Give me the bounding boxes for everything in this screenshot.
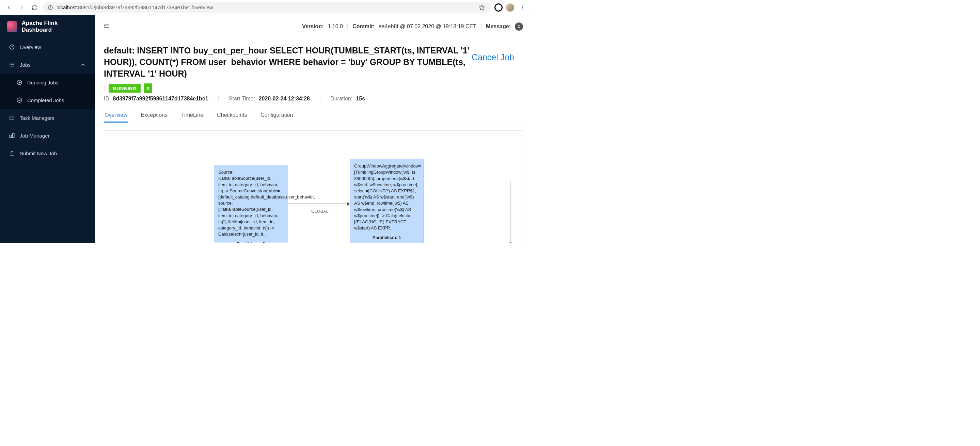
job-id: 8d3979f7a992f59861147d17384e1be1 <box>113 96 208 102</box>
site-info-icon[interactable] <box>48 5 53 10</box>
sidebar-item-completed-jobs[interactable]: Completed Jobs <box>0 91 95 109</box>
forward-button[interactable] <box>17 3 27 12</box>
svg-point-16 <box>17 98 22 103</box>
job-graph-canvas[interactable]: Source: KafkaTableSource(user_id, item_i… <box>104 130 522 243</box>
url-text: localhost:8081/#/job/8d3979f7a992f598611… <box>57 5 213 10</box>
svg-rect-22 <box>13 133 14 138</box>
separator: | <box>104 85 105 91</box>
sidebar: Apache Flink Dashboard Overview Jobs Run… <box>0 15 95 243</box>
app-title: Apache Flink Dashboard <box>21 20 88 33</box>
graph-edge <box>288 203 350 204</box>
sidebar-item-label: Running Jobs <box>27 80 59 86</box>
node-text: GroupWindowAggregate(window=[TumblingGro… <box>354 163 420 231</box>
dashboard-icon <box>9 44 15 50</box>
svg-point-11 <box>10 63 10 63</box>
id-label: ID: <box>104 96 111 102</box>
chevron-up-icon <box>80 62 86 68</box>
sidebar-item-label: Submit New Job <box>20 151 57 156</box>
node-parallelism: Parallelism: 1 <box>354 235 420 241</box>
separator: | <box>320 96 321 102</box>
svg-point-6 <box>522 8 523 9</box>
version-value: 1.10.0 <box>328 24 342 30</box>
bookmark-star-icon[interactable] <box>477 5 486 11</box>
cancel-job-link[interactable]: Cancel Job <box>472 52 514 62</box>
sidebar-collapse-icon[interactable] <box>103 22 110 31</box>
svg-marker-3 <box>479 5 485 10</box>
tab-overview[interactable]: Overview <box>104 109 128 122</box>
sidebar-item-label: Task Managers <box>20 115 54 121</box>
back-button[interactable] <box>4 3 14 12</box>
profile-avatar[interactable] <box>506 3 514 11</box>
job-count-badge: 2 <box>144 83 152 93</box>
sidebar-item-submit-new-job[interactable]: Submit New Job <box>0 144 95 162</box>
logo[interactable]: Apache Flink Dashboard <box>0 15 95 38</box>
graph-node-source[interactable]: Source: KafkaTableSource(user_id, item_i… <box>214 165 288 243</box>
version-label: Version: <box>302 24 323 30</box>
sidebar-item-jobs[interactable]: Jobs <box>0 56 95 73</box>
list-icon <box>9 62 15 68</box>
start-time-label: Start Time: <box>229 96 255 102</box>
check-circle-icon <box>16 97 22 103</box>
sidebar-item-label: Completed Jobs <box>27 97 64 103</box>
commit-value: aa4eb8f @ 07.02.2020 @ 19:18:19 CET <box>379 24 476 30</box>
play-circle-icon <box>16 79 22 86</box>
upload-icon <box>9 150 15 156</box>
sidebar-item-label: Overview <box>20 44 41 50</box>
job-status-badge: RUNNING <box>109 84 141 93</box>
schedule-icon <box>9 115 15 121</box>
separator: | <box>347 24 348 30</box>
svg-rect-17 <box>10 116 14 120</box>
sidebar-item-task-managers[interactable]: Task Managers <box>0 109 95 127</box>
duration-label: Duration: <box>330 96 352 102</box>
commit-label: Commit: <box>352 24 375 30</box>
url-bar[interactable]: localhost:8081/#/job/8d3979f7a992f598611… <box>43 2 491 13</box>
sidebar-item-running-jobs[interactable]: Running Jobs <box>0 73 95 91</box>
topbar: Version: 1.10.0 | Commit: aa4eb8f @ 07.0… <box>95 15 531 38</box>
svg-point-4 <box>522 5 523 6</box>
sidebar-item-job-manager[interactable]: Job Manager <box>0 127 95 144</box>
sidebar-item-label: Job Manager <box>20 133 50 138</box>
tabs: Overview Exceptions TimeLine Checkpoints… <box>104 109 522 123</box>
node-parallelism: Parallelism: 1 <box>218 241 284 243</box>
separator: | <box>480 24 482 30</box>
message-count-badge[interactable]: 0 <box>515 22 523 31</box>
zoom-slider-track[interactable] <box>511 181 511 243</box>
graph-node-aggregate[interactable]: GroupWindowAggregate(window=[TumblingGro… <box>350 159 424 243</box>
reload-button[interactable] <box>30 3 40 12</box>
sidebar-item-label: Jobs <box>20 62 31 68</box>
node-text: Source: KafkaTableSource(user_id, item_i… <box>218 169 284 237</box>
extension-icon[interactable] <box>495 3 503 11</box>
svg-point-12 <box>10 65 10 65</box>
main-content: Version: 1.10.0 | Commit: aa4eb8f @ 07.0… <box>95 15 531 243</box>
separator: | <box>218 96 219 102</box>
tab-checkpoints[interactable]: Checkpoints <box>216 109 248 122</box>
tab-timeline[interactable]: TimeLine <box>180 109 204 122</box>
graph-edge-label: GLOBAL <box>311 209 329 214</box>
zoom-slider-handle[interactable] <box>508 243 514 243</box>
tab-configuration[interactable]: Configuration <box>260 109 294 122</box>
message-label: Message: <box>486 24 511 30</box>
svg-point-13 <box>10 66 10 67</box>
svg-point-2 <box>50 6 51 6</box>
duration-value: 15s <box>356 96 365 102</box>
svg-point-5 <box>522 7 523 8</box>
build-icon <box>9 132 15 138</box>
browser-menu-icon[interactable] <box>518 5 527 10</box>
job-title: default: INSERT INTO buy_cnt_per_hour SE… <box>104 45 499 79</box>
browser-chrome: localhost:8081/#/job/8d3979f7a992f598611… <box>0 0 531 15</box>
sidebar-item-overview[interactable]: Overview <box>0 38 95 56</box>
svg-rect-21 <box>10 135 11 138</box>
tab-exceptions[interactable]: Exceptions <box>140 109 168 122</box>
svg-marker-15 <box>19 81 21 83</box>
start-time-value: 2020-02-24 12:34:28 <box>259 96 310 102</box>
flink-logo-icon <box>7 21 18 32</box>
